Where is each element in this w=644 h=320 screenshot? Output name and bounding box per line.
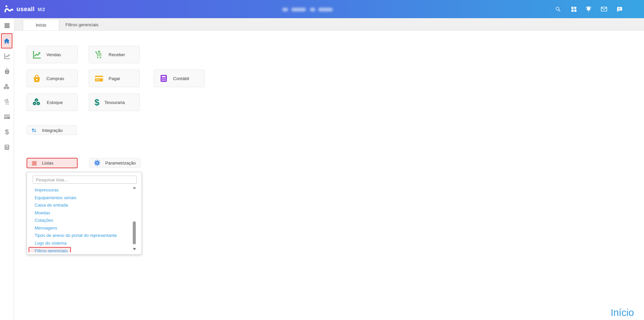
list-item-cotacoes[interactable]: Cotações: [27, 217, 142, 224]
vendas-button[interactable]: Vendas: [27, 46, 78, 63]
sidebar-item-tesouraria[interactable]: $: [0, 125, 14, 139]
notifications-bell-icon[interactable]: [582, 0, 595, 18]
sidebar-item-receber[interactable]: [0, 95, 14, 109]
home-icon: [3, 37, 10, 45]
chart-icon: [4, 53, 10, 60]
search-icon[interactable]: [552, 0, 564, 18]
bag-icon: [4, 68, 10, 75]
tab-inicio-label: Início: [36, 23, 46, 28]
dollar-icon: $: [94, 98, 99, 107]
list-item-impressoras[interactable]: Impressoras: [27, 186, 142, 194]
current-view-label: Início: [611, 307, 634, 318]
compras-label: Compras: [46, 76, 64, 81]
list-item-mensagens[interactable]: Mensagens: [27, 224, 142, 232]
list-item-logs-do-sistema[interactable]: Logs do sistema: [27, 240, 142, 247]
listas-dropdown-panel: Impressoras Equipamentos seriais Caixa d…: [27, 172, 142, 255]
cart-plus-icon: [4, 99, 10, 105]
tab-filtros-gerenciais-label: Filtros gerenciais: [66, 22, 98, 27]
contabil-button[interactable]: Contábil: [154, 70, 205, 87]
sidebar-item-compras[interactable]: [0, 65, 14, 78]
integracao-label: Integração: [42, 128, 63, 133]
list-scrollbar[interactable]: [132, 186, 136, 251]
gear-icon: [94, 159, 100, 166]
useall-logo-icon: [4, 5, 13, 14]
contabil-label: Contábil: [173, 76, 189, 81]
parametrizacao-label: Parametrização: [105, 161, 136, 166]
scroll-thumb[interactable]: [133, 221, 136, 244]
dollar-icon: $: [5, 128, 9, 136]
cart-plus-icon: [94, 50, 104, 59]
chat-icon[interactable]: [613, 0, 626, 18]
tab-inicio[interactable]: Início: [23, 19, 59, 30]
list-search-input[interactable]: [33, 176, 137, 184]
estoque-button[interactable]: Estoque: [27, 94, 78, 111]
mail-icon[interactable]: [598, 0, 610, 18]
cubes-icon: [32, 98, 42, 107]
shopping-bag-icon: [32, 74, 41, 83]
tab-filtros-gerenciais[interactable]: Filtros gerenciais: [59, 19, 105, 30]
app-header: useall M2: [0, 0, 644, 18]
tesouraria-label: Tesouraria: [104, 100, 125, 105]
listas-label: Listas: [42, 161, 53, 166]
compras-button[interactable]: Compras: [27, 70, 78, 87]
credit-card-icon: [4, 113, 10, 120]
sync-arrows-icon: [31, 127, 37, 134]
apps-grid-icon[interactable]: [568, 0, 580, 18]
list-item-caixa-de-entrada[interactable]: Caixa de entrada: [27, 202, 142, 209]
sidebar-menu-icon[interactable]: [0, 19, 14, 32]
tab-bar: Início Filtros gerenciais: [14, 18, 644, 31]
receber-button[interactable]: Receber: [89, 46, 140, 63]
scroll-down-arrow[interactable]: [133, 248, 136, 250]
tesouraria-button[interactable]: $ Tesouraria: [89, 94, 140, 111]
pagar-label: Pagar: [109, 76, 120, 81]
lists-menu: Impressoras Equipamentos seriais Caixa d…: [27, 186, 142, 252]
logo-text: useall: [16, 6, 35, 13]
sales-chart-icon: [32, 50, 41, 59]
estoque-label: Estoque: [47, 100, 63, 105]
vendas-label: Vendas: [46, 52, 61, 57]
credit-card-icon: [94, 74, 104, 83]
cubes-icon: [3, 83, 10, 91]
sidebar-item-estoque[interactable]: [0, 80, 14, 94]
parametrizacao-button[interactable]: Parametrização: [89, 158, 140, 168]
list-item-equipamentos-seriais[interactable]: Equipamentos seriais: [27, 194, 142, 202]
integracao-button[interactable]: Integração: [27, 126, 77, 135]
sidebar-item-vendas[interactable]: [0, 49, 14, 63]
scroll-up-arrow[interactable]: [133, 186, 136, 189]
list-bars-icon: [31, 160, 37, 166]
receber-label: Receber: [109, 52, 125, 57]
pagar-button[interactable]: Pagar: [89, 70, 140, 87]
sidebar: $: [0, 18, 14, 320]
calculator-icon: [159, 74, 168, 83]
calculator-icon: [4, 144, 10, 150]
product-code: M2: [38, 6, 45, 12]
app-window: useall M2 $: [0, 0, 644, 320]
list-item-moedas[interactable]: Moedas: [27, 209, 142, 217]
sidebar-item-pagar[interactable]: [0, 110, 14, 123]
app-logo: useall M2: [4, 0, 45, 18]
sidebar-item-contabil[interactable]: [0, 140, 14, 154]
list-item-filtros-gerenciais-highlighted[interactable]: Filtros gerenciais: [29, 247, 71, 252]
list-item-tipos-de-anexo[interactable]: Tipos de anexo do portal do representant…: [27, 232, 142, 240]
sidebar-item-home-active[interactable]: [1, 33, 12, 48]
listas-button[interactable]: Listas: [27, 158, 78, 168]
